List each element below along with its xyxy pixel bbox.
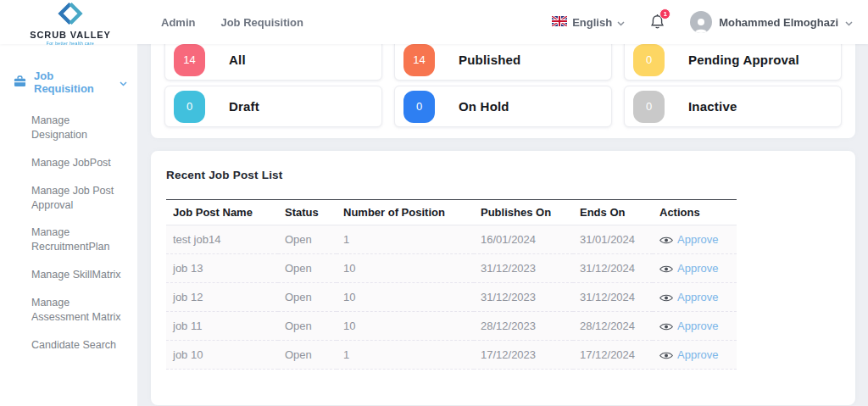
chevron-down-icon — [845, 14, 853, 30]
card-label: Pending Approval — [688, 53, 799, 67]
cell-job-post-name: job 12 — [166, 283, 278, 312]
card-count-badge: 0 — [403, 91, 435, 123]
recent-list-title: Recent Job Post List — [166, 169, 840, 181]
cell-publishes-on: 17/12/2023 — [474, 341, 573, 370]
language-selector[interactable]: English — [552, 16, 625, 29]
column-header-number-of-position: Number of Position — [337, 200, 474, 225]
actions-group: Approve — [659, 233, 733, 246]
cell-publishes-on: 28/12/2023 — [474, 312, 573, 341]
cell-ends-on: 31/12/2024 — [573, 283, 653, 312]
nav-item-admin[interactable]: Admin — [161, 16, 195, 29]
actions-group: Approve — [659, 320, 733, 332]
overview-card-pending-approval[interactable]: 0Pending Approval — [624, 39, 842, 81]
eye-icon[interactable] — [659, 264, 673, 274]
cell-actions: Approve — [653, 312, 737, 341]
eye-icon[interactable] — [659, 351, 673, 360]
card-count-badge: 14 — [174, 44, 205, 76]
overview-card-draft[interactable]: 0Draft — [164, 86, 382, 127]
sidebar-item-manage-jobpost[interactable]: Manage JobPost — [0, 149, 137, 177]
cell-positions: 10 — [337, 312, 474, 341]
approve-link[interactable]: Approve — [677, 291, 718, 303]
top-navigation: Admin Job Requisition — [161, 16, 303, 29]
cell-status: Open — [278, 341, 337, 370]
eye-icon[interactable] — [659, 236, 673, 245]
cell-ends-on: 17/12/2024 — [573, 341, 653, 370]
actions-group: Approve — [659, 262, 733, 275]
cell-positions: 1 — [337, 341, 474, 370]
sidebar-item-manage-job-post-approval[interactable]: Manage Job Post Approval — [0, 177, 137, 220]
sidebar-item-manage-assessment-matrix[interactable]: Manage Assessment Matrix — [0, 289, 137, 331]
nav-item-job-requisition[interactable]: Job Requisition — [220, 16, 303, 29]
cell-publishes-on: 31/12/2023 — [474, 283, 573, 312]
overview-cards: 14All14Published0Pending Approval0Draft0… — [164, 39, 842, 127]
overview-card-inactive[interactable]: 0Inactive — [624, 86, 842, 127]
column-header-ends-on: Ends On — [573, 200, 653, 225]
sidebar-item-job-requisition[interactable]: Job Requisition — [0, 70, 137, 95]
top-header: SCRUB VALLEY For better health care Admi… — [0, 0, 868, 44]
sidebar-item-manage-designation[interactable]: Manage Designation — [0, 107, 137, 149]
sidebar-item-candidate-search[interactable]: Candidate Search — [0, 331, 137, 359]
table-row: job 10Open117/12/202317/12/2024Approve — [166, 341, 737, 370]
job-post-table: Job Post NameStatusNumber of PositionPub… — [166, 199, 737, 370]
card-label: On Hold — [459, 99, 509, 114]
column-header-publishes-on: Publishes On — [474, 200, 573, 225]
overview-card-all[interactable]: 14All — [164, 39, 382, 81]
notifications-button[interactable]: 1 — [650, 14, 665, 33]
cell-job-post-name: job 10 — [166, 341, 278, 370]
notification-count-badge: 1 — [659, 8, 670, 19]
overview-card-on-hold[interactable]: 0On Hold — [394, 86, 612, 127]
sidebar-item-manage-recruitmentplan[interactable]: Manage RecruitmentPlan — [0, 219, 137, 261]
cell-positions: 1 — [337, 225, 474, 254]
cell-job-post-name: job 13 — [166, 254, 278, 283]
overview-card-published[interactable]: 14Published — [394, 39, 612, 81]
cell-ends-on: 31/01/2024 — [573, 225, 653, 254]
cell-ends-on: 28/12/2024 — [573, 312, 653, 341]
uk-flag-icon — [552, 16, 567, 29]
actions-group: Approve — [659, 291, 733, 303]
column-header-actions: Actions — [653, 200, 737, 225]
eye-icon[interactable] — [659, 322, 673, 331]
chevron-down-icon — [617, 16, 625, 29]
user-menu[interactable]: Mohammed Elmoghazi — [690, 11, 853, 33]
approve-link[interactable]: Approve — [677, 320, 718, 332]
column-header-status: Status — [278, 200, 337, 225]
table-row: job 13Open1031/12/202331/12/2024Approve — [166, 254, 737, 283]
cell-actions: Approve — [653, 341, 737, 370]
approve-link[interactable]: Approve — [677, 262, 718, 275]
user-name: Mohammed Elmoghazi — [719, 16, 838, 29]
cell-publishes-on: 16/01/2024 — [474, 225, 573, 254]
brand-logo[interactable]: SCRUB VALLEY For better health care — [0, 0, 141, 46]
cell-actions: Approve — [653, 225, 737, 254]
scrub-valley-logo-icon — [58, 2, 83, 29]
actions-group: Approve — [659, 348, 733, 361]
eye-icon[interactable] — [659, 293, 673, 303]
cell-job-post-name: job 11 — [166, 312, 278, 341]
cell-status: Open — [278, 283, 337, 312]
sidebar-item-manage-skillmatrix[interactable]: Manage SkillMatrix — [0, 261, 137, 289]
cell-publishes-on: 31/12/2023 — [474, 254, 573, 283]
cell-actions: Approve — [653, 254, 737, 283]
cell-positions: 10 — [337, 254, 474, 283]
sidebar: Job Requisition Manage DesignationManage… — [0, 44, 137, 406]
column-header-job-post-name: Job Post Name — [166, 200, 278, 225]
card-label: Published — [459, 53, 520, 67]
briefcase-icon — [14, 75, 26, 90]
table-row: job 12Open1031/12/202331/12/2024Approve — [166, 283, 737, 312]
cell-job-post-name: test job14 — [166, 225, 278, 254]
cell-status: Open — [278, 312, 337, 341]
language-label: English — [572, 16, 612, 29]
sidebar-parent-label: Job Requisition — [34, 70, 112, 95]
card-count-badge: 14 — [403, 44, 435, 76]
sidebar-submenu: Manage DesignationManage JobPostManage J… — [0, 107, 137, 359]
card-label: All — [229, 53, 246, 67]
cell-actions: Approve — [653, 283, 737, 312]
main-content: Job Post Overview 14All14Published0Pendi… — [151, 0, 855, 405]
cell-status: Open — [278, 225, 337, 254]
approve-link[interactable]: Approve — [677, 348, 718, 361]
table-row: job 11Open1028/12/202328/12/2024Approve — [166, 312, 737, 341]
card-count-badge: 0 — [174, 91, 205, 123]
bell-icon — [650, 18, 665, 32]
cell-positions: 10 — [337, 283, 474, 312]
approve-link[interactable]: Approve — [677, 233, 718, 246]
brand-tagline: For better health care — [47, 41, 95, 46]
